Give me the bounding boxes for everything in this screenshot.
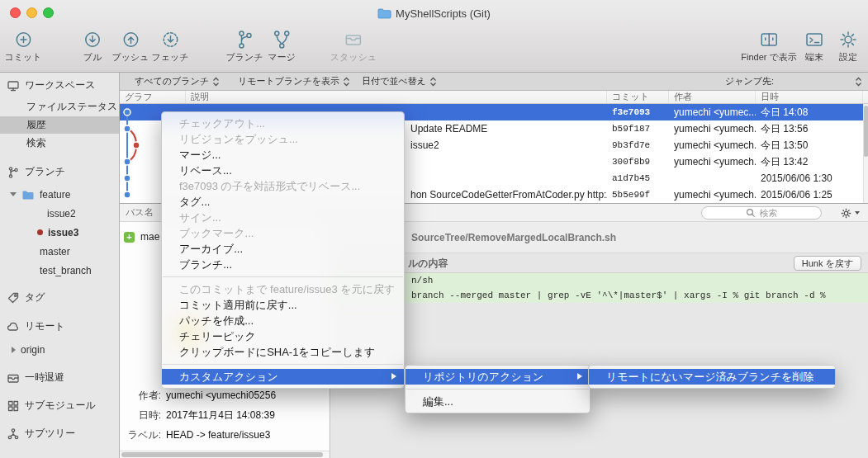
commit-hash: 5b5e99f <box>607 187 669 203</box>
custom-actions-submenu: リポジトリのアクション 編集... <box>405 365 591 413</box>
commit-date: 今日 14:08 <box>756 104 863 120</box>
menu-item-checkout: チェックアウト... <box>162 116 404 131</box>
sidebar-section-stashes[interactable]: 一時退避 <box>0 369 119 386</box>
scrollbar-thumb[interactable] <box>864 106 868 157</box>
remote-display-dropdown[interactable]: リモートブランチを表示 <box>238 73 350 90</box>
sidebar-section-branches[interactable]: ブランチ <box>0 163 119 181</box>
sidebar-branch-label: feature <box>40 189 70 201</box>
sidebar-section-tags[interactable]: タグ <box>0 289 119 306</box>
show-in-finder-button[interactable]: Finder で表示 <box>741 29 797 64</box>
commit-button[interactable]: コミット <box>4 29 41 64</box>
menu-item-reverse-commit[interactable]: コミット適用前に戻す... <box>162 297 404 313</box>
commit-author: yumechi <yumech... <box>669 153 756 170</box>
sidebar-remote-origin[interactable]: origin <box>0 341 119 358</box>
window-title-bar: MyShellScripts (Git) <box>0 6 868 21</box>
menu-item-repository-actions[interactable]: リポジトリのアクション <box>406 369 590 385</box>
menu-item-cherry-pick[interactable]: チェリーピック <box>162 328 404 344</box>
diff-pane: 検索 SourceTree/RemoveMargedLocalBranch.sh… <box>331 203 868 458</box>
sidebar-item-file-status[interactable]: ファイルステータス <box>0 98 119 116</box>
tag-icon <box>7 291 20 305</box>
sidebar-section-label: 一時退避 <box>25 371 64 385</box>
branch-scope-dropdown[interactable]: すべてのブランチ <box>135 73 220 90</box>
column-header-description[interactable]: 説明 <box>186 91 607 103</box>
reverse-hunk-button[interactable]: Hunk を戻す <box>794 256 861 271</box>
jump-to-dropdown[interactable]: ジャンプ先: <box>725 73 848 90</box>
scrollbar-thumb[interactable] <box>121 452 323 457</box>
sidebar-branch-test-branch[interactable]: test_branch <box>0 262 119 279</box>
commit-labels-row: ラベル:HEAD -> feature/issue3 <box>123 427 328 443</box>
sidebar-section-submodules[interactable]: サブモジュール <box>0 397 119 414</box>
branch-button[interactable]: ブランチ <box>225 29 263 64</box>
code-text: n/sh <box>411 276 433 286</box>
file-path-text: SourceTree/RemoveMargedLocalBranch.sh <box>411 232 616 243</box>
pull-icon <box>82 29 103 50</box>
sidebar-section-workspace[interactable]: ワークスペース <box>0 77 119 94</box>
branch-scope-value: すべてのブランチ <box>135 75 209 87</box>
diff-section-header: ルの内容 Hunk を戻す <box>331 253 868 273</box>
sourcetree-window: MyShellScripts (Git) コミット プル プッシュ フェッチ ブ… <box>0 0 868 458</box>
updown-chevron-icon[interactable] <box>855 77 862 87</box>
submenu-arrow-icon <box>577 373 582 380</box>
sidebar-branch-issue3[interactable]: issue3 <box>0 224 119 241</box>
sidebar-section-subtrees[interactable]: サブツリー <box>0 425 119 442</box>
sidebar-item-search[interactable]: 検索 <box>0 135 119 152</box>
merge-button-label: マージ <box>268 51 296 64</box>
disclosure-down-icon[interactable] <box>10 192 17 196</box>
author-label: 作者: <box>123 387 161 404</box>
menu-item-branch[interactable]: ブランチ... <box>162 257 404 272</box>
sidebar-branch-folder-feature[interactable]: feature <box>0 186 119 203</box>
menu-item-archive[interactable]: アーカイブ... <box>162 241 404 257</box>
commit-context-menu: チェックアウト... リビジョンをプッシュ... マージ... リベース... … <box>161 111 405 389</box>
search-input[interactable]: 検索 <box>701 206 822 220</box>
stash-button[interactable]: スタッシュ <box>330 29 377 64</box>
menu-item-merge[interactable]: マージ... <box>162 147 404 163</box>
commit-author: yumechi <yumech... <box>669 187 756 203</box>
sidebar-branch-master[interactable]: master <box>0 243 119 260</box>
repository-actions-submenu: リモートにないマージ済みブランチを削除 <box>588 365 836 389</box>
sort-order-dropdown[interactable]: 日付で並べ替え <box>362 73 437 90</box>
menu-item-copy-sha1[interactable]: クリップボードにSHA-1をコピーします <box>162 344 404 360</box>
stash-icon <box>343 29 364 50</box>
chevron-down-icon <box>855 211 860 215</box>
menu-item-delete-merged-branches[interactable]: リモートにないマージ済みブランチを削除 <box>589 369 835 385</box>
stash-button-label: スタッシュ <box>330 51 377 64</box>
sidebar-item-label: 履歴 <box>26 118 46 132</box>
menu-item-create-patch[interactable]: パッチを作成... <box>162 313 404 328</box>
sidebar-item-history[interactable]: 履歴 <box>0 116 119 134</box>
column-header-commit[interactable]: コミット <box>607 91 669 103</box>
commit-author-row: 作者:yumechi <yumechi05256 <box>123 387 328 404</box>
code-text: branch --merged master | grep -vE '^\*|m… <box>411 290 826 300</box>
menu-item-edit[interactable]: 編集... <box>406 394 590 409</box>
column-header-graph[interactable]: グラフ <box>120 91 186 103</box>
search-icon <box>746 208 756 218</box>
sidebar-branch-issue2[interactable]: issue2 <box>0 205 119 222</box>
push-icon <box>120 29 141 50</box>
settings-button[interactable]: 設定 <box>837 29 859 64</box>
menu-item-rebase[interactable]: リベース... <box>162 163 404 178</box>
commit-hash: 9b3fd7e <box>607 137 669 153</box>
push-button[interactable]: プッシュ <box>111 29 149 64</box>
commit-list-scrollbar[interactable] <box>863 104 868 203</box>
diff-pane-toolbar: 検索 <box>331 204 868 222</box>
date-value: 2017年11月4日 14:08:39 <box>166 409 275 421</box>
diff-options-button[interactable] <box>840 206 860 220</box>
column-header-author[interactable]: 作者 <box>669 91 756 103</box>
details-horizontal-scrollbar[interactable] <box>120 451 330 458</box>
pull-button[interactable]: プル <box>82 29 103 64</box>
menu-item-reset-to-commit: このコミットまで feature/issue3 を元に戻す <box>162 281 404 297</box>
fetch-button[interactable]: フェッチ <box>151 29 188 64</box>
menu-item-push-revision: リビジョンをプッシュ... <box>162 131 404 147</box>
fetch-button-label: フェッチ <box>151 51 188 64</box>
disclosure-right-icon[interactable] <box>12 347 16 353</box>
sidebar-section-label: サブモジュール <box>25 399 96 413</box>
commit-author: yumechi <yumec... <box>669 104 756 120</box>
sidebar: ワークスペース ファイルステータス 履歴 検索 ブランチ feature iss… <box>0 73 120 458</box>
column-header-date[interactable]: 日時 <box>756 91 863 103</box>
menu-item-tag[interactable]: タグ... <box>162 194 404 210</box>
file-contents-label: ルの内容 <box>408 257 448 269</box>
sidebar-section-remotes[interactable]: リモート <box>0 318 119 335</box>
terminal-button[interactable]: 端末 <box>804 29 825 64</box>
menu-item-custom-actions[interactable]: カスタムアクション <box>162 369 404 385</box>
merge-button[interactable]: マージ <box>268 29 296 64</box>
sidebar-item-label: ファイルステータス <box>26 100 117 114</box>
